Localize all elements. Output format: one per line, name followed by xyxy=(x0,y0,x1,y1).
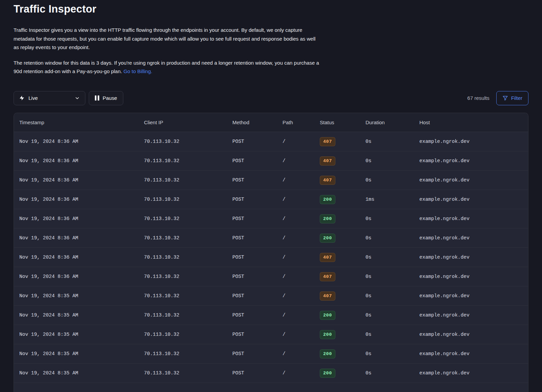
table-row[interactable]: Nov 19, 2024 8:36 AM 70.113.10.32 POST /… xyxy=(14,248,528,267)
status-badge: 200 xyxy=(320,311,335,320)
status-badge: 407 xyxy=(320,137,335,146)
path-cell: / xyxy=(277,171,314,190)
table-row[interactable]: Nov 19, 2024 8:36 AM 70.113.10.32 POST /… xyxy=(14,228,528,248)
timestamp-cell: Nov 19, 2024 8:36 AM xyxy=(14,209,139,228)
path-cell: / xyxy=(277,267,314,286)
duration-cell: 0s xyxy=(360,228,414,248)
table-row[interactable]: Nov 19, 2024 8:35 AM 70.113.10.32 POST /… xyxy=(14,325,528,344)
timestamp-cell: Nov 19, 2024 8:36 AM xyxy=(14,228,139,248)
duration-cell: 0s xyxy=(360,364,414,383)
client-ip-cell: 70.113.10.32 xyxy=(139,248,227,267)
duration-cell: 0s xyxy=(360,209,414,228)
table-body: Nov 19, 2024 8:36 AM 70.113.10.32 POST /… xyxy=(14,132,528,392)
pause-label: Pause xyxy=(103,95,117,101)
method-cell: POST xyxy=(227,344,277,364)
table-row[interactable]: Nov 19, 2024 8:36 AM 70.113.10.32 POST /… xyxy=(14,267,528,286)
status-badge: 200 xyxy=(320,234,335,243)
timestamp-cell: Nov 19, 2024 8:36 AM xyxy=(14,171,139,190)
host-cell: example.ngrok.dev xyxy=(414,286,528,306)
table-row[interactable]: Nov 19, 2024 8:36 AM 70.113.10.32 POST /… xyxy=(14,151,528,171)
status-cell: 200 xyxy=(314,190,360,209)
table-row[interactable]: Nov 19, 2024 8:36 AM 70.113.10.32 POST /… xyxy=(14,209,528,228)
method-cell: POST xyxy=(227,325,277,344)
host-cell: example.ngrok.dev xyxy=(414,306,528,325)
path-cell: / xyxy=(277,190,314,209)
timestamp-cell: Nov 19, 2024 8:36 AM xyxy=(14,132,139,151)
table-row[interactable]: Nov 19, 2024 8:35 AM 70.113.10.32 POST /… xyxy=(14,286,528,306)
client-ip-cell: 70.113.10.32 xyxy=(139,306,227,325)
path-cell: / xyxy=(277,364,314,383)
timestamp-cell: Nov 19, 2024 8:36 AM xyxy=(14,190,139,209)
retention-text: The retention window for this data is 3 … xyxy=(14,60,319,74)
filter-button[interactable]: Filter xyxy=(496,91,528,105)
host-cell: example.ngrok.dev xyxy=(414,248,528,267)
client-ip-cell: 70.113.10.32 xyxy=(139,209,227,228)
timestamp-cell: Nov 19, 2024 8:35 AM xyxy=(14,364,139,383)
path-cell: / xyxy=(277,151,314,171)
status-badge: 200 xyxy=(320,369,335,378)
status-badge: 407 xyxy=(320,156,335,166)
client-ip-cell: 70.113.10.32 xyxy=(139,228,227,248)
page-title: Traffic Inspector xyxy=(14,3,528,16)
timestamp-cell: Nov 19, 2024 8:35 AM xyxy=(14,306,139,325)
status-badge: 407 xyxy=(320,176,335,185)
description-paragraph-2: The retention window for this data is 3 … xyxy=(14,59,321,76)
client-ip-cell: 70.113.10.32 xyxy=(139,132,227,151)
host-cell: example.ngrok.dev xyxy=(414,171,528,190)
table-row[interactable]: Nov 19, 2024 8:35 AM 70.113.10.32 POST /… xyxy=(14,344,528,364)
status-cell: 200 xyxy=(314,306,360,325)
timestamp-cell: Nov 19, 2024 8:35 AM xyxy=(14,344,139,364)
host-cell: example.ngrok.dev xyxy=(414,325,528,344)
duration-cell: 1ms xyxy=(360,190,414,209)
table-row[interactable]: Nov 19, 2024 8:36 AM 70.113.10.32 POST /… xyxy=(14,190,528,209)
method-cell: POST xyxy=(227,306,277,325)
method-cell: POST xyxy=(227,171,277,190)
duration-cell: 0s xyxy=(360,248,414,267)
client-ip-cell: 70.113.10.32 xyxy=(139,267,227,286)
status-badge: 200 xyxy=(320,349,335,358)
path-cell: / xyxy=(277,209,314,228)
timestamp-cell: Nov 19, 2024 8:36 AM xyxy=(14,267,139,286)
table-row[interactable]: Nov 19, 2024 8:36 AM 70.113.10.32 POST /… xyxy=(14,132,528,151)
live-mode-label: Live xyxy=(28,95,38,101)
table-row-partial[interactable] xyxy=(14,383,528,392)
table-row[interactable]: Nov 19, 2024 8:36 AM 70.113.10.32 POST /… xyxy=(14,171,528,190)
status-badge: 407 xyxy=(320,291,335,301)
method-cell: POST xyxy=(227,286,277,306)
client-ip-cell: 70.113.10.32 xyxy=(139,364,227,383)
status-cell: 407 xyxy=(314,151,360,171)
traffic-table: Timestamp Client IP Method Path Status D… xyxy=(14,113,528,392)
live-mode-select[interactable]: Live xyxy=(14,91,85,105)
duration-cell: 0s xyxy=(360,344,414,364)
host-cell: example.ngrok.dev xyxy=(414,132,528,151)
table-row[interactable]: Nov 19, 2024 8:35 AM 70.113.10.32 POST /… xyxy=(14,364,528,383)
host-cell: example.ngrok.dev xyxy=(414,344,528,364)
status-cell: 200 xyxy=(314,228,360,248)
column-header-status: Status xyxy=(314,113,360,132)
toolbar: Live Pause 67 results Filter xyxy=(14,91,528,105)
path-cell: / xyxy=(277,228,314,248)
billing-link[interactable]: Go to Billing. xyxy=(123,68,152,74)
method-cell: POST xyxy=(227,364,277,383)
client-ip-cell: 70.113.10.32 xyxy=(139,325,227,344)
table-row[interactable]: Nov 19, 2024 8:35 AM 70.113.10.32 POST /… xyxy=(14,306,528,325)
path-cell: / xyxy=(277,132,314,151)
client-ip-cell: 70.113.10.32 xyxy=(139,190,227,209)
status-badge: 200 xyxy=(320,330,335,339)
status-cell: 200 xyxy=(314,209,360,228)
pause-button[interactable]: Pause xyxy=(89,91,123,105)
method-cell: POST xyxy=(227,209,277,228)
status-cell: 200 xyxy=(314,325,360,344)
status-cell: 407 xyxy=(314,267,360,286)
lightning-bolt-icon xyxy=(19,95,25,101)
filter-label: Filter xyxy=(511,95,522,101)
chevron-down-icon xyxy=(75,95,80,101)
timestamp-cell: Nov 19, 2024 8:35 AM xyxy=(14,286,139,306)
duration-cell: 0s xyxy=(360,132,414,151)
column-header-client-ip: Client IP xyxy=(139,113,227,132)
column-header-method: Method xyxy=(227,113,277,132)
method-cell: POST xyxy=(227,267,277,286)
duration-cell: 0s xyxy=(360,306,414,325)
pause-icon xyxy=(95,95,99,101)
status-badge: 200 xyxy=(320,214,335,223)
